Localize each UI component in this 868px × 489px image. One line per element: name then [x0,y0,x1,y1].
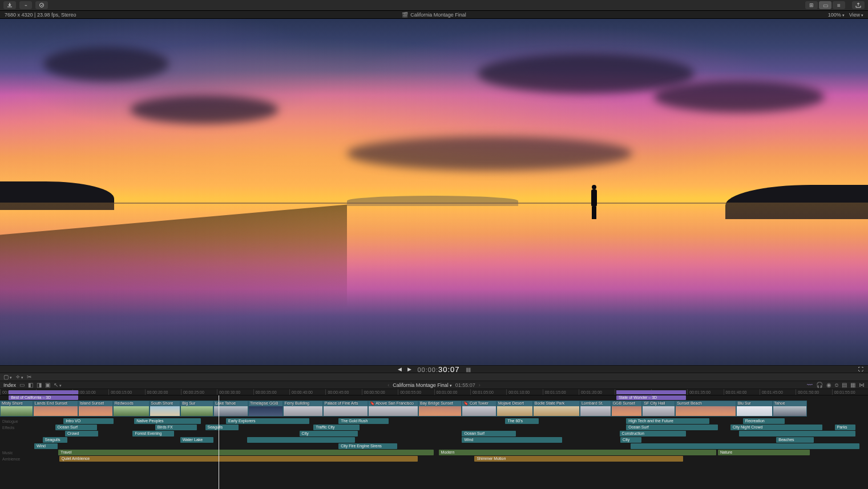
video-clip[interactable]: 🔖 Above San Francisco [368,401,418,417]
track-label: Music [0,451,34,455]
audio-skimming-button[interactable]: 🎧 [816,382,823,388]
skimming-button[interactable]: 〰 [807,382,813,388]
sfx-clip[interactable]: Water Lake [180,437,213,443]
dialogue-clip[interactable]: Recreation [743,418,785,424]
title-clip[interactable]: State of Wonder – 3D [616,395,686,400]
timeline-area[interactable]: Best of California – 3DState of Wonder –… [0,395,868,489]
sfx-clip[interactable]: Construction [620,431,687,437]
video-clip[interactable]: Island Sunset [78,401,113,417]
connect-clip-button[interactable]: ▭ [19,382,25,388]
dialogue-clip[interactable]: Native Peoples [134,418,201,424]
background-tasks-button[interactable] [35,1,48,9]
timecode-display[interactable]: 00:00:30:07 [417,365,459,374]
video-clip[interactable]: South Shore [150,401,181,417]
video-clip[interactable]: SF City Hall [642,401,675,417]
video-clip[interactable]: Lake Tahoe [213,401,248,417]
video-clip[interactable]: Misty Shore [0,401,33,417]
effects-clip[interactable]: Ocean Surf [626,425,718,430]
effects-clip[interactable]: Seagulls [205,425,239,430]
effects-clip[interactable]: City Night Crowd [730,425,822,430]
sfx-clip[interactable]: Wind [462,437,562,443]
browser-toggle-button[interactable]: ⊞ [805,1,818,9]
timeline-index-button[interactable]: Index [3,382,16,388]
trim-tool-button[interactable]: ✂ [27,374,31,380]
append-clip-button[interactable]: ◨ [37,382,42,388]
ruler-tick: 00:00:35:00 [253,389,289,395]
dialogue-clip[interactable]: High Tech and the Future [626,418,709,424]
timeline-project-name[interactable]: California Montage Final [393,382,452,388]
video-clip[interactable]: Blu Sur [736,401,773,417]
effects-clip[interactable]: Birds FX [155,425,197,430]
zoom-tool-button[interactable]: ✧ [15,374,23,380]
inspector-toggle-button[interactable]: ≡ [833,1,845,9]
snapping-button[interactable]: ⎊ [835,382,838,388]
zoom-dropdown[interactable]: 100% [828,12,845,18]
title-clip[interactable]: Best of California – 3D [9,395,78,400]
effects-track: Effects Ocean SurfBirds FXSeagullsTraffi… [0,425,868,430]
video-clip[interactable]: Lombard St. [580,401,611,417]
sfx-clip[interactable]: City [620,437,641,443]
music-clip[interactable]: Nature [718,450,810,455]
overwrite-clip-button[interactable]: ▣ [45,382,50,388]
next-edit-button[interactable]: ▮▮ [466,366,470,373]
effects-clip[interactable]: Traffic City [313,425,359,430]
fullscreen-button[interactable]: ⛶ [858,366,863,372]
select-tool-dropdown[interactable]: ↖ [54,382,62,388]
video-clip[interactable]: Redwoods [113,401,150,417]
video-clip[interactable]: Tahoe [773,401,808,417]
viewer-canvas[interactable] [0,19,868,365]
import-button[interactable] [3,1,16,9]
effects-clip[interactable]: Parks [835,425,856,430]
play-button[interactable]: ▶ [407,366,411,372]
amb-clip[interactable]: Quiet Ambience [59,456,418,462]
video-clip[interactable]: Bodie State Park [533,401,580,417]
sfx-clip[interactable]: Forest Evening [132,431,174,437]
history-forward-button[interactable]: › [479,382,481,388]
sfx-clip[interactable] [631,443,860,449]
music-clip[interactable]: Travel [58,450,433,455]
video-clip[interactable]: Big Sur [180,401,213,417]
video-clip[interactable]: GGB Sunset [611,401,643,417]
video-clip[interactable]: Sunset Beach [675,401,736,417]
sfx-clip[interactable]: Seagulls [43,437,68,443]
video-clip[interactable]: Palace of Fine Arts [323,401,368,417]
previous-edit-button[interactable]: ◀ [398,366,402,372]
sfx-clip[interactable]: City Fire Engine Sirens [338,443,397,449]
sfx-clip[interactable] [739,431,856,437]
video-clip[interactable]: Ferry Building [283,401,323,417]
video-clip[interactable]: Bay Bridge Sunset [418,401,462,417]
share-button[interactable] [852,1,865,9]
ruler-tick: 00:01:20:00 [579,389,615,395]
lane-button[interactable]: ▤ [842,382,847,388]
sfx-clip[interactable]: Beaches [776,437,814,443]
sfx-clip[interactable]: City [300,431,358,437]
effects-browser-button[interactable]: ▦ [850,382,855,388]
video-clip[interactable]: 🔖 Coit Tower [462,401,496,417]
music-clip[interactable]: Modern [439,450,717,455]
solo-button[interactable]: ◉ [826,382,831,388]
sfx-clip[interactable]: Wind [34,443,58,449]
title-clip-marker[interactable] [616,390,686,394]
video-clip[interactable]: Timelapse GGB [248,401,283,417]
sfx-clip[interactable]: Ocean Surf [462,431,516,437]
timeline-toggle-button[interactable]: ▭ [819,1,831,9]
ruler-tick: 00:01:55:00 [832,389,868,395]
video-clip[interactable]: Lands End Sunset [33,401,78,417]
video-clip[interactable]: Mojave Desert [496,401,533,417]
view-dropdown[interactable]: View [849,12,863,18]
dialogue-clip[interactable]: The 60's [505,418,538,424]
effects-clip[interactable]: Ocean Surf [55,425,97,430]
title-clip-marker[interactable] [9,390,78,394]
amb-clip[interactable]: Shimmer Motion [474,456,683,462]
dialogue-clip[interactable]: Early Explorers [226,418,309,424]
timeline-ruler[interactable]: 00:00:00:0000:00:05:0000:00:10:0000:00:1… [0,389,868,395]
history-back-button[interactable]: ‹ [387,382,389,388]
insert-clip-button[interactable]: ◧ [28,382,33,388]
clip-appearance-button[interactable]: ▢ [3,374,12,380]
transitions-browser-button[interactable]: ⋈ [859,382,865,388]
keyword-button[interactable]: ⌁ [19,1,32,9]
sfx-clip[interactable] [247,437,356,443]
dialogue-clip[interactable]: The Gold Rush [338,418,389,424]
sfx-clip[interactable]: Crowd [65,431,98,437]
dialogue-clip[interactable]: Intro VO [63,418,114,424]
